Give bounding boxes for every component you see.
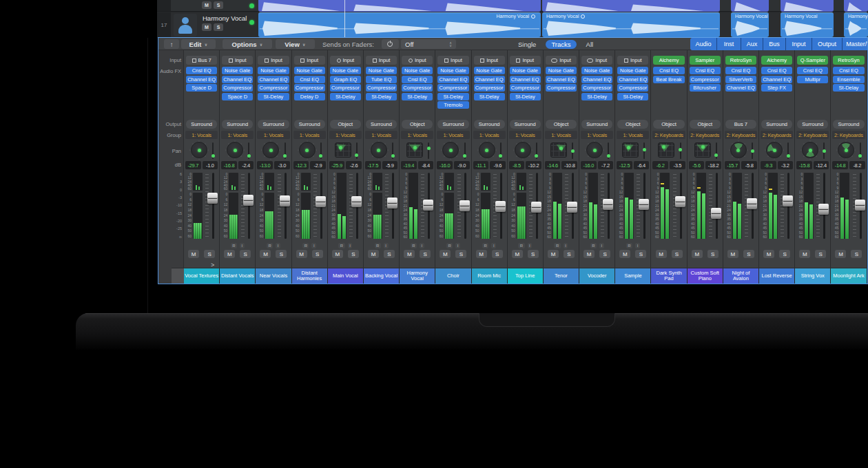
- fx-slot[interactable]: Compressor: [366, 84, 397, 92]
- output-button[interactable]: Surround: [761, 120, 792, 129]
- instrument-button[interactable]: Q-Sampler: [797, 56, 828, 65]
- track-name-label[interactable]: Vocoder: [579, 268, 614, 284]
- record-enable-button[interactable]: R: [267, 243, 273, 248]
- fx-slot[interactable]: Cnsl EQ: [690, 67, 721, 74]
- fx-slot[interactable]: St-Delay: [366, 93, 397, 100]
- input-button[interactable]: Input: [437, 56, 468, 65]
- audio-region[interactable]: Harmony Vocal: [731, 12, 769, 37]
- output-button[interactable]: Surround: [437, 120, 468, 129]
- fx-slot[interactable]: Channel EQ: [258, 76, 289, 83]
- solo-button[interactable]: S: [707, 250, 719, 258]
- mute-button[interactable]: M: [799, 250, 810, 258]
- track-name-label[interactable]: Tenor: [544, 268, 579, 284]
- fader[interactable]: [600, 173, 614, 239]
- filter-inst[interactable]: Inst: [717, 38, 741, 50]
- fader[interactable]: [780, 173, 794, 239]
- pan-mini-slider[interactable]: [752, 142, 753, 159]
- mute-button[interactable]: M: [224, 250, 235, 258]
- fx-slot[interactable]: Channel EQ: [546, 76, 577, 83]
- fader[interactable]: [744, 173, 758, 239]
- input-monitor-button[interactable]: I: [635, 243, 640, 248]
- fx-slot[interactable]: St-Delay: [474, 93, 505, 100]
- fx-slot[interactable]: Channel EQ: [725, 84, 756, 92]
- solo-button[interactable]: S: [635, 250, 646, 258]
- record-enable-button[interactable]: R: [554, 243, 560, 248]
- output-button[interactable]: Surround: [366, 120, 397, 129]
- fader[interactable]: [205, 173, 218, 239]
- fx-slot[interactable]: Cnsl EQ: [653, 67, 684, 74]
- solo-button[interactable]: S: [384, 250, 395, 258]
- fx-slot[interactable]: Channel EQ: [222, 76, 253, 83]
- record-enable-button[interactable]: R: [338, 243, 344, 248]
- pan-knob[interactable]: [730, 142, 747, 158]
- audio-region[interactable]: Harmony Vocal: [258, 12, 541, 37]
- mute-button[interactable]: M: [692, 250, 703, 258]
- instrument-button[interactable]: Alchemy: [761, 56, 792, 65]
- fader[interactable]: [493, 173, 506, 239]
- track-name-label[interactable]: Night of Avalon: [723, 268, 758, 284]
- track-name-label[interactable]: Choir: [435, 268, 471, 284]
- fx-slot[interactable]: Cnsl EQ: [186, 67, 217, 74]
- fx-slot[interactable]: Cnsl EQ: [402, 76, 433, 83]
- fader[interactable]: [816, 173, 829, 239]
- input-button[interactable]: Input: [222, 56, 253, 65]
- fx-slot[interactable]: St-Delay: [258, 93, 289, 100]
- fx-slot[interactable]: Noise Gate: [437, 67, 468, 74]
- fader-cap[interactable]: [280, 195, 290, 206]
- pan-mini-slider[interactable]: [285, 142, 286, 159]
- pan-mini-slider[interactable]: [392, 142, 393, 159]
- solo-button[interactable]: S: [420, 250, 431, 258]
- pan-mini-slider[interactable]: [860, 142, 861, 159]
- fader-cap[interactable]: [423, 200, 433, 211]
- pan-knob[interactable]: [838, 142, 854, 158]
- input-button[interactable]: Input: [474, 56, 505, 65]
- fx-slot[interactable]: Tube EQ: [366, 76, 397, 83]
- fx-slot[interactable]: Ensemble: [833, 76, 864, 83]
- fx-slot[interactable]: Compressor: [581, 84, 612, 92]
- fader-value-display[interactable]: -5.9: [382, 161, 398, 169]
- peak-level-display[interactable]: -13.0: [257, 161, 273, 169]
- group-label[interactable]: 1: Vocals: [617, 131, 649, 139]
- input-button[interactable]: Input: [581, 56, 612, 65]
- track-name-label[interactable]: Sample: [615, 268, 650, 284]
- fader[interactable]: [636, 173, 650, 239]
- output-button[interactable]: Surround: [258, 120, 289, 129]
- fx-slot[interactable]: SilverVerb: [725, 76, 756, 83]
- filter-audio[interactable]: Audio: [690, 38, 717, 50]
- solo-button[interactable]: S: [214, 23, 223, 31]
- group-label[interactable]: 2: Keyboards: [652, 131, 685, 139]
- fx-slot[interactable]: Noise Gate: [581, 67, 612, 74]
- fx-slot[interactable]: Compressor: [402, 84, 433, 92]
- fx-slot[interactable]: St-Delay: [833, 84, 864, 92]
- solo-button[interactable]: S: [528, 250, 539, 258]
- view-mode-single[interactable]: Single: [513, 40, 541, 49]
- sends-mode-select[interactable]: Off ∧∨: [401, 39, 456, 49]
- fx-slot[interactable]: Compressor: [330, 84, 361, 92]
- pan-mini-slider[interactable]: [536, 142, 537, 159]
- record-enable-button[interactable]: R: [302, 243, 309, 248]
- pan-mini-slider[interactable]: [787, 142, 789, 159]
- solo-button[interactable]: S: [276, 250, 287, 258]
- solo-button[interactable]: S: [851, 250, 862, 258]
- fader[interactable]: [457, 173, 471, 239]
- track-name-label[interactable]: Harmony Vocal: [400, 268, 435, 284]
- fx-slot[interactable]: St-Delay: [581, 93, 612, 100]
- fader-value-display[interactable]: -5.8: [741, 161, 757, 169]
- pan-knob[interactable]: [515, 142, 531, 158]
- track-on-indicator[interactable]: [249, 3, 254, 8]
- peak-level-display[interactable]: -17.5: [365, 161, 381, 169]
- input-button[interactable]: Input: [617, 56, 648, 65]
- mute-button[interactable]: M: [512, 250, 523, 258]
- fader-cap[interactable]: [855, 200, 865, 211]
- peak-level-display[interactable]: -5.6: [689, 161, 705, 169]
- track-name-label[interactable]: Near Vocals: [256, 268, 291, 284]
- fx-slot[interactable]: Noise Gate: [546, 67, 577, 74]
- pan-mini-slider[interactable]: [464, 142, 466, 159]
- record-enable-button[interactable]: R: [626, 243, 632, 248]
- fader-value-display[interactable]: -2.6: [346, 161, 362, 169]
- audio-region[interactable]: Harmony Vocal: [542, 12, 720, 37]
- track-name-label[interactable]: Distant Vocals: [220, 268, 255, 284]
- solo-button[interactable]: S: [815, 250, 826, 258]
- track-name-label[interactable]: Vocal Textures: [184, 268, 219, 284]
- view-mode-tracks[interactable]: Tracks: [546, 40, 576, 49]
